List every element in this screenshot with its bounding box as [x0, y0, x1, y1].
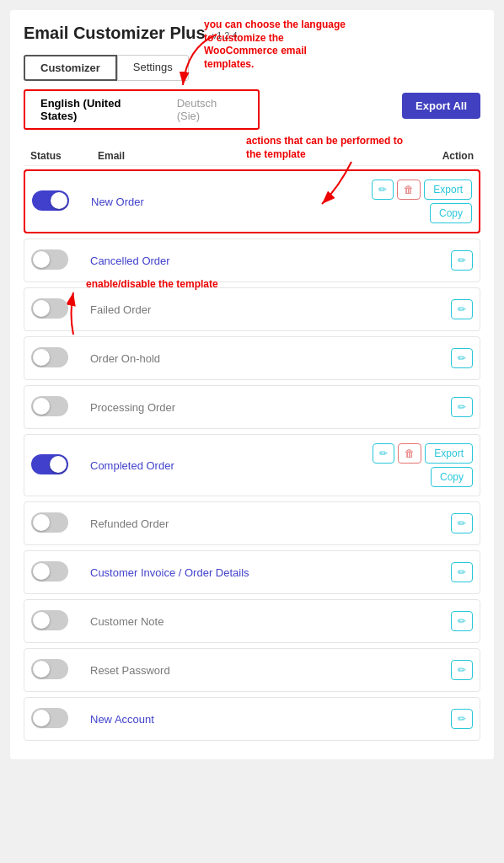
toggle-knob — [33, 251, 50, 268]
toggle-failed-order[interactable] — [31, 298, 68, 319]
toggle-col — [31, 610, 90, 633]
email-link[interactable]: Cancelled Order — [90, 255, 170, 267]
page-wrapper: Email Customizer Plus v1.2.4 you can cho… — [10, 10, 494, 759]
toggle-col — [31, 561, 90, 584]
tab-settings[interactable]: Settings — [117, 55, 189, 81]
toggle-new-account[interactable] — [31, 708, 68, 728]
export-button[interactable]: Export — [425, 443, 473, 464]
email-label: New Order — [91, 196, 337, 208]
edit-button[interactable]: ✏ — [451, 660, 473, 680]
action-col: ✏ — [338, 348, 473, 368]
action-group: ✏ 🗑 Export Copy — [338, 443, 473, 487]
toggle-cancelled-order[interactable] — [31, 249, 68, 270]
email-link[interactable]: Customer Note — [90, 615, 164, 628]
edit-button[interactable]: ✏ — [451, 250, 473, 271]
toggle-order-on-hold[interactable] — [31, 347, 68, 367]
toggle-col — [31, 708, 90, 731]
toggle-reset-password[interactable] — [31, 659, 68, 679]
toggle-knob — [50, 456, 67, 473]
tab-customizer[interactable]: Customizer — [24, 55, 117, 81]
toggle-completed-order[interactable] — [31, 454, 68, 474]
annotation-language: you can choose the language to customize… — [204, 19, 356, 71]
email-link[interactable]: Customer Invoice / Order Details — [90, 566, 249, 579]
email-row: Customer Invoice / Order Details ✏ — [24, 550, 480, 594]
app-title: Email Customizer Plus — [24, 24, 206, 43]
action-col: ✏ — [338, 513, 473, 533]
action-group: ✏ 🗑 Export Copy — [337, 180, 472, 223]
toggle-customer-invoice[interactable] — [31, 561, 68, 582]
delete-button[interactable]: 🗑 — [398, 443, 421, 464]
edit-button[interactable]: ✏ — [451, 299, 473, 319]
export-button[interactable]: Export — [424, 180, 472, 200]
toggle-knob — [33, 398, 50, 415]
toggle-knob — [33, 612, 50, 629]
toggle-col — [31, 396, 90, 419]
delete-button[interactable]: 🗑 — [397, 180, 421, 200]
toggle-col — [32, 190, 91, 213]
toggle-new-order[interactable] — [32, 190, 69, 211]
toggle-knob — [33, 563, 50, 580]
email-row: Completed Order ✏ 🗑 Export Copy — [24, 434, 480, 496]
email-link[interactable]: Completed Order — [90, 459, 174, 472]
email-row: New Order ✏ 🗑 Export Copy — [24, 169, 480, 233]
annotation-toggle: enable/disable the template — [86, 278, 218, 292]
edit-button[interactable]: ✏ — [451, 397, 473, 417]
toggle-knob — [33, 661, 50, 678]
toggle-refunded-order[interactable] — [31, 512, 68, 533]
email-link[interactable]: Failed Order — [90, 303, 151, 316]
email-label: Reset Password — [90, 664, 338, 677]
email-link[interactable]: Order On-hold — [90, 352, 160, 365]
action-col: ✏ 🗑 Export Copy — [337, 180, 472, 223]
toggle-knob — [33, 300, 50, 317]
edit-button[interactable]: ✏ — [451, 562, 473, 582]
email-link[interactable]: New Order — [91, 196, 144, 208]
edit-button[interactable]: ✏ — [451, 611, 473, 631]
email-label: New Account — [90, 713, 338, 726]
email-row: Cancelled Order ✏ — [24, 239, 480, 282]
edit-button[interactable]: ✏ — [451, 709, 473, 729]
toggle-col — [31, 659, 90, 682]
toggle-col — [31, 249, 90, 272]
edit-button[interactable]: ✏ — [451, 513, 473, 533]
edit-button[interactable]: ✏ — [451, 348, 473, 368]
lang-german[interactable]: Deutsch (Sie) — [169, 94, 251, 125]
copy-button[interactable]: Copy — [431, 467, 473, 487]
email-label: Completed Order — [90, 459, 338, 472]
toggle-col — [31, 298, 90, 321]
toggle-processing-order[interactable] — [31, 396, 68, 416]
email-label: Order On-hold — [90, 352, 338, 365]
action-col: ✏ — [338, 709, 473, 729]
email-row: Customer Note ✏ — [24, 599, 480, 643]
toggle-knob — [33, 349, 50, 366]
language-bar: English (United States) Deutsch (Sie) — [24, 89, 260, 130]
toggle-customer-note[interactable] — [31, 610, 68, 630]
toggle-knob — [33, 514, 50, 531]
action-col: ✏ — [338, 250, 473, 271]
email-row: Refunded Order ✏ — [24, 501, 480, 545]
col-header-status: Status — [30, 150, 98, 162]
email-label: Customer Note — [90, 615, 338, 628]
email-label: Processing Order — [90, 401, 338, 414]
edit-button[interactable]: ✏ — [372, 180, 394, 200]
email-label: Customer Invoice / Order Details — [90, 566, 338, 579]
email-row: New Account ✏ — [24, 697, 480, 741]
lang-english[interactable]: English (United States) — [32, 94, 169, 125]
toggle-col — [31, 347, 90, 370]
email-link[interactable]: Processing Order — [90, 401, 175, 414]
email-row: Reset Password ✏ — [24, 648, 480, 692]
email-link[interactable]: Refunded Order — [90, 517, 169, 530]
action-col: ✏ — [338, 299, 473, 319]
action-col: ✏ — [338, 397, 473, 417]
edit-button[interactable]: ✏ — [373, 443, 394, 464]
email-label: Failed Order — [90, 303, 338, 316]
email-link[interactable]: Reset Password — [90, 664, 170, 677]
email-row: Failed Order ✏ — [24, 287, 480, 331]
export-all-button[interactable]: Export All — [402, 93, 480, 119]
action-col: ✏ 🗑 Export Copy — [338, 443, 473, 487]
toggle-knob — [33, 710, 50, 726]
email-label: Refunded Order — [90, 517, 338, 530]
email-label: Cancelled Order — [90, 255, 338, 267]
email-link[interactable]: New Account — [90, 713, 154, 726]
action-col: ✏ — [338, 611, 473, 631]
copy-button[interactable]: Copy — [430, 203, 472, 223]
